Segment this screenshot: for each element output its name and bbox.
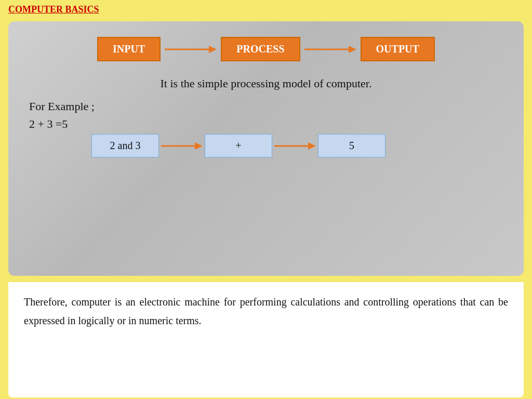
arrow-4 (274, 138, 316, 154)
svg-marker-1 (209, 46, 217, 53)
svg-marker-7 (308, 142, 316, 150)
input-box: INPUT (97, 37, 161, 61)
for-example-label: For Example ; (29, 100, 503, 113)
equation-label: 2 + 3 =5 (29, 117, 503, 131)
svg-marker-5 (195, 142, 203, 150)
page-title: COMPUTER BASICS (0, 0, 532, 19)
operator-box: + (205, 134, 272, 157)
input-value-box: 2 and 3 (91, 134, 159, 157)
process-box: PROCESS (221, 37, 300, 61)
flow-diagram-top: INPUT PROCESS OUTPUT (29, 37, 503, 61)
bottom-text: Therefore, computer is an electronic mac… (8, 282, 524, 397)
output-box: OUTPUT (361, 37, 435, 61)
arrow-2 (304, 42, 356, 57)
main-card: INPUT PROCESS OUTPUT It is the simple pr… (8, 21, 524, 276)
flow-diagram-bottom: 2 and 3 + 5 (91, 134, 503, 157)
result-box: 5 (318, 134, 385, 157)
arrow-3 (161, 138, 203, 154)
svg-marker-3 (349, 46, 356, 53)
description-text: It is the simple processing model of com… (29, 77, 503, 90)
arrow-1 (165, 42, 217, 57)
